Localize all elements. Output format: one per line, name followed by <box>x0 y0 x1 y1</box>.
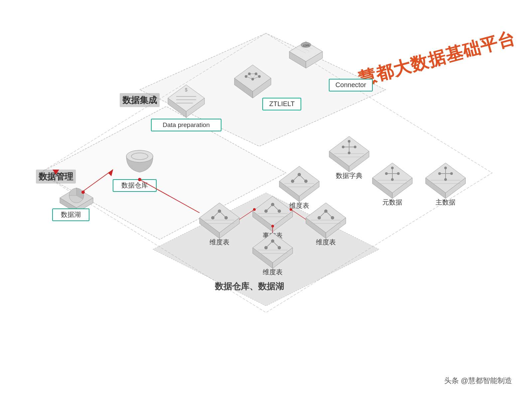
svg-text:.com: .com <box>302 44 310 47</box>
svg-text:主数据: 主数据 <box>436 199 456 206</box>
svg-point-76 <box>397 172 400 175</box>
svg-text:元数据: 元数据 <box>382 199 402 206</box>
svg-point-46 <box>126 150 153 162</box>
svg-point-75 <box>385 172 388 175</box>
diagram: 数据集成 数据管理 数据仓库、数据湖 .com Connector <box>0 0 532 399</box>
svg-point-65 <box>348 140 350 143</box>
svg-text:维度表: 维度表 <box>209 238 229 246</box>
svg-point-155 <box>253 208 256 211</box>
svg-text:维度表: 维度表 <box>316 238 336 246</box>
footer-text: 头条 @慧都智能制造 <box>444 376 512 386</box>
svg-text:数据仓库: 数据仓库 <box>121 182 148 189</box>
svg-point-157 <box>271 225 274 227</box>
main-container: 慧都大数据基础平台 数据集成 数据管理 数据仓库、数据湖 <box>0 0 532 399</box>
svg-text:Data preparation: Data preparation <box>163 121 210 128</box>
svg-marker-92 <box>279 166 319 196</box>
svg-text:维度表: 维度表 <box>263 268 283 276</box>
svg-point-149 <box>81 191 85 194</box>
svg-text:数据湖: 数据湖 <box>61 211 81 218</box>
svg-point-64 <box>354 146 356 148</box>
svg-text:维度表: 维度表 <box>289 202 309 209</box>
svg-point-88 <box>450 172 453 175</box>
svg-point-87 <box>438 172 441 175</box>
svg-text:数据集成: 数据集成 <box>122 95 157 105</box>
svg-point-66 <box>348 152 350 154</box>
svg-text:$: $ <box>185 87 188 92</box>
svg-point-63 <box>342 146 344 148</box>
svg-text:数据仓库、数据湖: 数据仓库、数据湖 <box>214 281 284 291</box>
svg-point-78 <box>391 178 394 181</box>
svg-point-77 <box>391 167 394 169</box>
svg-point-90 <box>444 178 447 181</box>
svg-point-156 <box>290 208 292 211</box>
svg-point-151 <box>138 178 141 181</box>
svg-text:数据字典: 数据字典 <box>336 172 362 179</box>
svg-text:ZTLIELT: ZTLIELT <box>269 100 295 107</box>
svg-point-89 <box>444 167 447 169</box>
svg-text:Connector: Connector <box>335 81 366 88</box>
